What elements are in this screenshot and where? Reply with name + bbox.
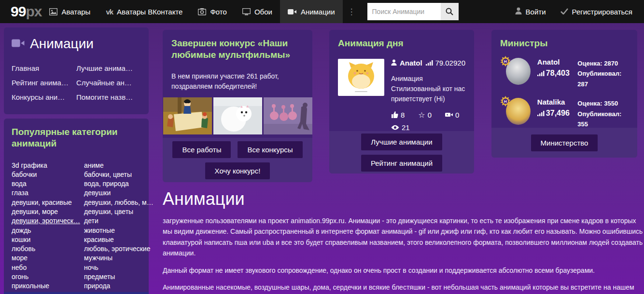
- signal-bars-icon: [426, 59, 433, 67]
- popular-categories-panel: Популярные категории анимаций 3d графика…: [4, 119, 149, 294]
- reposts-stat[interactable]: 0: [445, 110, 459, 120]
- category-link[interactable]: аниме: [84, 161, 154, 170]
- sidebar-link-random[interactable]: Случайные ан…: [76, 79, 141, 87]
- contest-thumbnails: [163, 97, 312, 134]
- check-icon: [560, 8, 568, 16]
- minister-name[interactable]: Natalika: [537, 98, 578, 106]
- stats-row-2: 21: [391, 123, 465, 132]
- category-link[interactable]: море: [12, 254, 84, 263]
- all-works-button[interactable]: Все работы: [172, 141, 231, 158]
- ministry-button[interactable]: Министерство: [531, 134, 598, 151]
- category-link[interactable]: красивые: [84, 235, 154, 244]
- category-link[interactable]: небо: [12, 263, 84, 272]
- category-link[interactable]: огонь: [12, 272, 84, 281]
- ministers-title: Министры: [500, 38, 629, 49]
- want-contest-button[interactable]: Хочу конкурс!: [205, 162, 270, 179]
- category-link[interactable]: любовь: [12, 244, 84, 254]
- nav-item-wallpapers[interactable]: Обои: [235, 0, 280, 23]
- nav-item-photo[interactable]: Фото: [190, 0, 234, 23]
- animation-description[interactable]: Анимация Стилизованный кот нас приветств…: [391, 74, 465, 104]
- picture-icon: [49, 8, 57, 15]
- category-link[interactable]: девушки, красивые: [12, 198, 84, 207]
- contest-thumbnail-white-dog[interactable]: [213, 97, 262, 134]
- category-link[interactable]: любовь, эротические: [84, 244, 154, 254]
- category-link[interactable]: девушки, море: [12, 207, 84, 216]
- category-link[interactable]: животные: [84, 226, 154, 235]
- minister-badge-icon: Н: [500, 96, 511, 108]
- monitor-icon: [242, 8, 251, 15]
- category-link[interactable]: природа: [84, 281, 154, 291]
- ministers-panel: Министры Н Anatol 78,403 Оценка: 2870 Оп…: [491, 30, 637, 158]
- register-link[interactable]: Регистрироваться: [560, 8, 632, 16]
- category-link[interactable]: девушки: [84, 188, 154, 198]
- about-paragraph: Данный формат не имеет звукового сопрово…: [163, 265, 644, 276]
- nav-item-animations[interactable]: Анимации: [280, 0, 343, 23]
- category-link[interactable]: дождь: [12, 226, 84, 235]
- nav-item-label: Аватары ВКонтакте: [117, 8, 182, 16]
- cat-animation-preview: [344, 61, 378, 93]
- rating-row: 79.02920: [426, 59, 465, 67]
- minister-row: Н Natalika 37,496 Оценка: 3550 Опубликов…: [500, 98, 629, 129]
- animation-of-day-buttons-area: Лучшие анимации Рейтинг анимаций: [329, 131, 474, 174]
- about-paragraph: загруженные пользователями на проект ani…: [163, 215, 644, 259]
- video-camera-icon: [12, 39, 25, 50]
- sidebar-link-contests[interactable]: Конкурсы ани…: [12, 93, 76, 101]
- rating-animations-button[interactable]: Рейтинг анимаций: [361, 155, 442, 172]
- animation-of-day-panel: Анимация дня Anatol: [329, 30, 474, 174]
- site-logo[interactable]: 99px: [11, 3, 42, 20]
- contest-thumbnail-ostrich-dance[interactable]: [264, 97, 312, 134]
- sidebar-link-help-name[interactable]: Помогите назв…: [76, 93, 141, 101]
- category-link[interactable]: предметы: [84, 272, 154, 281]
- category-link[interactable]: бабочки: [12, 170, 84, 179]
- nav-item-label: Аватары: [61, 8, 90, 16]
- animation-of-day-title: Анимация дня: [338, 38, 465, 49]
- svg-text:Н: Н: [504, 99, 507, 104]
- category-link[interactable]: вода: [12, 179, 84, 188]
- category-link[interactable]: девушки, эротическ…: [12, 216, 84, 226]
- sidebar-link-main[interactable]: Главная: [12, 64, 76, 72]
- nav-item-label: Обои: [254, 8, 272, 16]
- category-link[interactable]: 3d графика: [12, 161, 84, 170]
- categories-column-left: 3d графика бабочки вода глаза девушки, к…: [12, 161, 84, 294]
- sidebar-link-best[interactable]: Лучшие анима…: [76, 64, 141, 72]
- category-link[interactable]: девушки, цветы: [84, 207, 154, 216]
- more-menu-icon[interactable]: ⋮: [343, 7, 361, 17]
- contest-thumbnail-snow-white[interactable]: [163, 97, 212, 134]
- svg-text:Н: Н: [504, 59, 507, 64]
- category-link[interactable]: ночь: [84, 263, 154, 272]
- sidebar-link-rating[interactable]: Рейтинг анима…: [12, 79, 76, 87]
- about-paragraph: Анимированные насекомые, воздушные шары,…: [163, 282, 644, 294]
- search-button[interactable]: [441, 3, 459, 20]
- minister-name[interactable]: Anatol: [537, 58, 578, 66]
- category-link[interactable]: дети: [84, 216, 154, 226]
- animations-section-panel: Анимации Главная Лучшие анима… Рейтинг а…: [4, 27, 149, 114]
- eye-icon: [391, 125, 399, 130]
- category-link[interactable]: бабочки, цветы: [84, 170, 154, 179]
- minister-row: Н Anatol 78,403 Оценка: 2870 Опубликовал…: [500, 58, 629, 89]
- author-row[interactable]: Anatol: [391, 59, 422, 67]
- category-link[interactable]: мужчины: [84, 254, 154, 263]
- category-link[interactable]: кошки: [12, 235, 84, 244]
- nav-item-avatars[interactable]: Аватары: [42, 0, 98, 23]
- signal-bars-icon: [537, 110, 545, 116]
- likes-stat[interactable]: 8: [391, 110, 405, 120]
- sidebar-links: Главная Лучшие анима… Рейтинг анима… Слу…: [12, 64, 141, 101]
- nav-item-vk-avatars[interactable]: vk Аватары ВКонтакте: [98, 0, 190, 23]
- stats-row-1: 8 ☆0 0: [391, 110, 465, 120]
- category-link[interactable]: вода, природа: [84, 179, 154, 188]
- about-title: Анимации: [163, 189, 644, 209]
- sidebar-title: Анимации: [30, 36, 94, 52]
- ministers-button-area: Министерство: [491, 128, 637, 158]
- register-label: Регистрироваться: [572, 8, 632, 16]
- login-link[interactable]: Войти: [515, 7, 546, 16]
- stars-stat[interactable]: ☆0: [418, 110, 432, 120]
- category-link[interactable]: девушки, любовь, м…: [84, 198, 154, 207]
- all-contests-button[interactable]: Все конкурсы: [238, 141, 302, 158]
- category-link[interactable]: прикольные: [12, 281, 84, 291]
- search-input[interactable]: [367, 3, 441, 20]
- category-link[interactable]: глаза: [12, 188, 84, 198]
- animation-of-day-image[interactable]: [338, 59, 384, 96]
- vk-icon: vk: [106, 8, 113, 16]
- best-animations-button[interactable]: Лучшие анимации: [361, 134, 442, 150]
- contest-panel: Завершен конкурс «Наши любимые мультфиль…: [163, 30, 312, 182]
